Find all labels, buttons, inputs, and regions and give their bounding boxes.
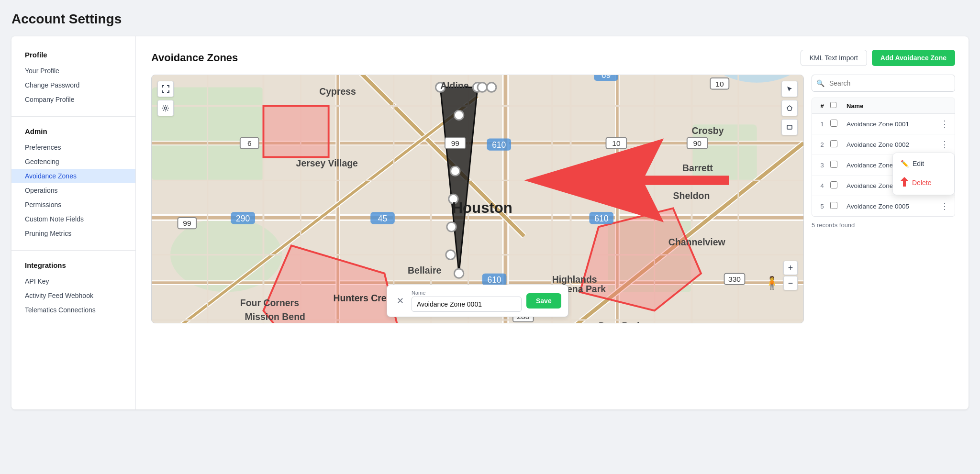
row-check-2[interactable]	[830, 140, 844, 149]
map-name-popup: ✕ Name Save	[387, 285, 568, 317]
sidebar-section-admin: Admin Preferences Geofencing Avoidance Z…	[11, 124, 135, 241]
map-fullscreen-button[interactable]	[157, 81, 174, 97]
sidebar-item-operations[interactable]: Operations	[11, 183, 135, 198]
map-pointer-tool[interactable]	[781, 81, 798, 97]
sidebar: Profile Your Profile Change Password Com…	[11, 36, 136, 409]
svg-text:99: 99	[451, 139, 459, 147]
kml-import-button[interactable]: KML Text Import	[801, 50, 867, 66]
row-name-1: Avoidance Zone 0001	[846, 121, 936, 128]
row-menu-1[interactable]: ⋮	[939, 119, 950, 129]
svg-text:Aldine: Aldine	[440, 80, 469, 91]
svg-text:Sheldon: Sheldon	[673, 190, 710, 201]
context-menu-delete[interactable]: Delete	[893, 172, 954, 193]
table-row[interactable]: 1 Avoidance Zone 0001 ⋮	[812, 114, 955, 134]
sidebar-item-permissions[interactable]: Permissions	[11, 198, 135, 212]
sidebar-item-custom-note-fields[interactable]: Custom Note Fields	[11, 212, 135, 226]
svg-text:Mission Bend: Mission Bend	[245, 311, 305, 322]
context-menu: ✏️ Edit	[892, 153, 955, 195]
row-checkbox-3[interactable]	[830, 161, 837, 168]
svg-text:Houston: Houston	[452, 199, 512, 216]
col-hash: #	[817, 102, 827, 110]
records-count: 5 records found	[812, 221, 955, 229]
sidebar-item-geofencing[interactable]: Geofencing	[11, 154, 135, 169]
row-name-5: Avoidance Zone 0005	[846, 203, 936, 210]
row-check-1[interactable]	[830, 120, 844, 128]
sidebar-item-telematics-connections[interactable]: Telematics Connections	[11, 303, 135, 317]
search-input[interactable]	[812, 75, 955, 92]
svg-text:99: 99	[183, 219, 191, 227]
map-container[interactable]: Houston 45 610 290 610 610 69 Cypress	[151, 75, 804, 323]
sidebar-item-preferences[interactable]: Preferences	[11, 140, 135, 154]
sidebar-section-profile: Profile Your Profile Change Password Com…	[11, 48, 135, 107]
row-check-4[interactable]	[830, 181, 844, 190]
map-name-input[interactable]	[412, 297, 522, 312]
row-checkbox-1[interactable]	[830, 120, 837, 127]
svg-text:610: 610	[492, 140, 506, 150]
sidebar-item-company-profile[interactable]: Company Profile	[11, 92, 135, 107]
svg-text:6: 6	[247, 139, 252, 147]
row-checkbox-2[interactable]	[830, 140, 837, 147]
sidebar-item-pruning-metrics[interactable]: Pruning Metrics	[11, 226, 135, 241]
row-checkbox-5[interactable]	[830, 202, 837, 209]
main-content: Avoidance Zones KML Text Import Add Avoi…	[136, 36, 969, 409]
sidebar-divider-1	[11, 116, 135, 117]
svg-point-123	[165, 107, 167, 110]
sidebar-item-avoidance-zones[interactable]: Avoidance Zones	[11, 169, 135, 183]
map-name-popup-close[interactable]: ✕	[394, 295, 407, 307]
svg-text:10: 10	[715, 80, 724, 88]
context-menu-edit-label: Edit	[913, 160, 924, 167]
table-row[interactable]: 5 Avoidance Zone 0005 ⋮	[812, 196, 955, 216]
svg-point-50	[451, 166, 460, 176]
map-panel-row: Houston 45 610 290 610 610 69 Cypress	[151, 75, 955, 323]
context-menu-delete-label: Delete	[912, 179, 931, 187]
search-icon: 🔍	[816, 79, 824, 87]
sidebar-section-admin-title: Admin	[11, 124, 135, 138]
table-row[interactable]: 2 Avoidance Zone 0002 ⋮ ✏️ Edit	[812, 134, 955, 155]
row-name-2: Avoidance Zone 0002	[846, 141, 936, 148]
row-check-5[interactable]	[830, 202, 844, 210]
map-name-field-wrapper: Name	[412, 290, 522, 312]
map-settings-button[interactable]	[157, 100, 174, 116]
content-header: Avoidance Zones KML Text Import Add Avoi…	[151, 50, 955, 66]
row-num-5: 5	[817, 203, 827, 210]
map-zoom-in-button[interactable]: +	[783, 261, 798, 275]
svg-point-52	[447, 222, 456, 231]
svg-point-57	[487, 83, 496, 92]
svg-text:290: 290	[236, 214, 250, 223]
row-num-4: 4	[817, 182, 827, 189]
svg-text:Jersey Village: Jersey Village	[296, 158, 358, 168]
map-street-view-icon[interactable]: 🧍	[764, 276, 780, 290]
svg-point-48	[454, 110, 463, 120]
row-num-1: 1	[817, 121, 827, 128]
context-menu-edit[interactable]: ✏️ Edit	[893, 155, 954, 172]
svg-text:330: 330	[728, 275, 741, 283]
sidebar-item-change-password[interactable]: Change Password	[11, 78, 135, 92]
svg-text:Barrett: Barrett	[682, 163, 713, 173]
sidebar-item-activity-feed-webhook[interactable]: Activity Feed Webhook	[11, 288, 135, 303]
col-name-header: Name	[846, 102, 936, 110]
svg-text:Bellaire: Bellaire	[408, 265, 441, 276]
sidebar-item-your-profile[interactable]: Your Profile	[11, 64, 135, 78]
edit-icon: ✏️	[901, 160, 909, 167]
sidebar-divider-2	[11, 250, 135, 251]
map-save-button[interactable]: Save	[526, 293, 561, 309]
page-title: Account Settings	[11, 11, 969, 27]
map-rectangle-tool[interactable]	[781, 119, 798, 135]
select-all-checkbox[interactable]	[830, 102, 836, 108]
sidebar-section-profile-title: Profile	[11, 48, 135, 62]
add-avoidance-zone-button[interactable]: Add Avoidance Zone	[872, 50, 955, 66]
svg-text:Highlands: Highlands	[552, 274, 597, 285]
row-menu-2[interactable]: ⋮ ✏️ Edit	[939, 139, 950, 150]
content-title: Avoidance Zones	[151, 52, 238, 64]
sidebar-section-integrations-title: Integrations	[11, 258, 135, 272]
map-zoom-out-button[interactable]: −	[783, 276, 798, 290]
search-box: 🔍	[812, 75, 955, 92]
row-check-3[interactable]	[830, 161, 844, 169]
map-name-field-label: Name	[412, 290, 522, 296]
row-checkbox-4[interactable]	[830, 181, 837, 188]
svg-text:610: 610	[594, 214, 608, 223]
header-buttons: KML Text Import Add Avoidance Zone	[801, 50, 955, 66]
map-polygon-tool[interactable]	[781, 100, 798, 116]
row-menu-5[interactable]: ⋮	[939, 201, 950, 211]
sidebar-item-api-key[interactable]: API Key	[11, 274, 135, 288]
